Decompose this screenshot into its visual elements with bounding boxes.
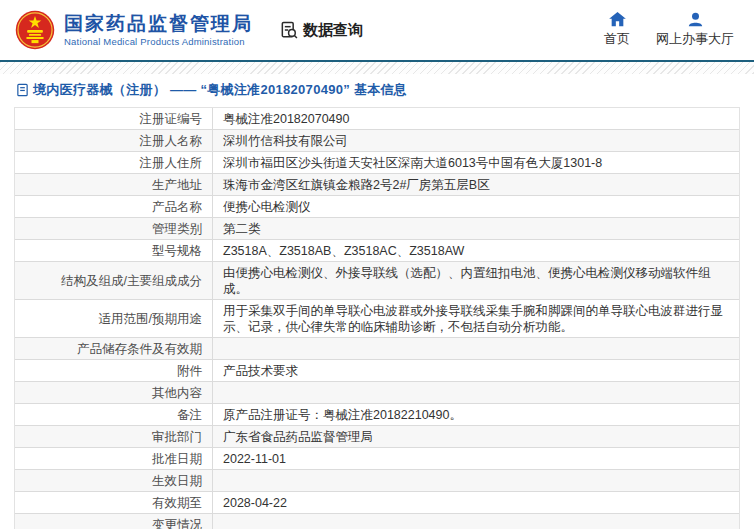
table-row: 注册人名称深圳竹信科技有限公司 xyxy=(15,130,739,152)
agency-name-en: National Medical Products Administration xyxy=(64,36,253,48)
row-label: 管理类别 xyxy=(15,218,213,239)
row-label: 批准日期 xyxy=(15,448,213,469)
table-row: 附件产品技术要求 xyxy=(15,360,739,382)
document-icon xyxy=(16,83,29,97)
table-row: 注册人住所深圳市福田区沙头街道天安社区深南大道6013号中国有色大厦1301-8 xyxy=(15,152,739,174)
nav-home-label: 首页 xyxy=(604,30,630,48)
row-value: 2022-11-01 xyxy=(213,448,739,469)
row-label: 产品名称 xyxy=(15,196,213,217)
home-icon xyxy=(609,12,626,27)
row-label-text: 批准日期 xyxy=(152,451,202,467)
row-label-text: 其他内容 xyxy=(152,385,202,401)
nav-service-hall-label: 网上办事大厅 xyxy=(656,30,734,48)
row-label: 型号规格 xyxy=(15,240,213,261)
row-label-text: 管理类别 xyxy=(152,221,202,237)
breadcrumb: 境内医疗器械（注册） —— “粤械注准20182070490” 基本信息 xyxy=(0,74,754,105)
row-value: 粤械注准20182070490 xyxy=(213,108,739,129)
agency-name-zh: 国家药品监督管理局 xyxy=(64,12,253,36)
row-label-text: 备注 xyxy=(177,407,202,423)
row-value: 由便携心电检测仪、外接导联线（选配）、内置纽扣电池、便携心电检测仪移动端软件组成… xyxy=(213,262,739,299)
table-row: 产品名称便携心电检测仪 xyxy=(15,196,739,218)
row-label: 审批部门 xyxy=(15,426,213,447)
row-label-text: 审批部门 xyxy=(152,429,202,445)
row-value: 广东省食品药品监督管理局 xyxy=(213,426,739,447)
table-row: 型号规格Z3518A、Z3518AB、Z3518AC、Z3518AW xyxy=(15,240,739,262)
registration-info-table: 注册证编号粤械注准20182070490注册人名称深圳竹信科技有限公司注册人住所… xyxy=(14,107,740,529)
row-label-text: 注册证编号 xyxy=(140,111,203,127)
hatched-strip xyxy=(0,62,754,74)
row-label-text: 注册人住所 xyxy=(140,155,203,171)
table-row: 结构及组成/主要组成成分由便携心电检测仪、外接导联线（选配）、内置纽扣电池、便携… xyxy=(15,262,739,300)
table-row: 产品储存条件及有效期 xyxy=(15,338,739,360)
user-icon xyxy=(687,12,704,27)
row-label: 附件 xyxy=(15,360,213,381)
row-label: 其他内容 xyxy=(15,382,213,403)
row-value xyxy=(213,382,739,403)
table-row: 管理类别第二类 xyxy=(15,218,739,240)
row-value: 原产品注册证号：粤械注准20182210490。 xyxy=(213,404,739,425)
top-header: 国家药品监督管理局 National Medical Products Admi… xyxy=(0,0,754,60)
row-label: 结构及组成/主要组成成分 xyxy=(15,262,213,299)
agency-logo[interactable]: 国家药品监督管理局 National Medical Products Admi… xyxy=(14,9,253,51)
row-label-text: 注册人名称 xyxy=(140,133,203,149)
row-value: 2028-04-22 xyxy=(213,492,739,513)
national-emblem-icon xyxy=(14,9,56,51)
row-label-text: 生产地址 xyxy=(152,177,202,193)
agency-name: 国家药品监督管理局 National Medical Products Admi… xyxy=(64,12,253,48)
row-value xyxy=(213,514,739,529)
row-label: 产品储存条件及有效期 xyxy=(15,338,213,359)
table-row: 其他内容 xyxy=(15,382,739,404)
row-label-text: 结构及组成/主要组成成分 xyxy=(61,273,202,289)
row-label-text: 产品储存条件及有效期 xyxy=(77,341,202,357)
row-value: 深圳市福田区沙头街道天安社区深南大道6013号中国有色大厦1301-8 xyxy=(213,152,739,173)
row-value: 用于采集双手间的单导联心电波群或外接导联线采集手腕和脚踝间的单导联心电波群进行显… xyxy=(213,300,739,337)
table-row: 注册证编号粤械注准20182070490 xyxy=(15,108,739,130)
row-label: 生产地址 xyxy=(15,174,213,195)
table-row: 生产地址珠海市金湾区红旗镇金粮路2号2#厂房第五层B区 xyxy=(15,174,739,196)
row-label-text: 附件 xyxy=(177,363,202,379)
table-row: 生效日期 xyxy=(15,470,739,492)
table-row: 审批部门广东省食品药品监督管理局 xyxy=(15,426,739,448)
table-row: 变更情况 xyxy=(15,514,739,529)
row-label-text: 生效日期 xyxy=(152,473,202,489)
nav-home[interactable]: 首页 xyxy=(604,12,630,48)
row-label-text: 产品名称 xyxy=(152,199,202,215)
row-value: 产品技术要求 xyxy=(213,360,739,381)
row-label: 注册人名称 xyxy=(15,130,213,151)
row-label-text: 变更情况 xyxy=(152,517,202,529)
table-row: 批准日期2022-11-01 xyxy=(15,448,739,470)
row-value xyxy=(213,470,739,491)
data-query-label: 数据查询 xyxy=(303,21,363,40)
row-label: 有效期至 xyxy=(15,492,213,513)
top-nav: 首页 网上办事大厅 xyxy=(604,12,740,48)
row-label: 注册证编号 xyxy=(15,108,213,129)
row-label: 生效日期 xyxy=(15,470,213,491)
data-query-icon xyxy=(279,20,299,40)
nav-data-query[interactable]: 数据查询 xyxy=(279,20,363,40)
row-label: 适用范围/预期用途 xyxy=(15,300,213,337)
row-label-text: 有效期至 xyxy=(152,495,202,511)
page-title: 境内医疗器械（注册） —— “粤械注准20182070490” 基本信息 xyxy=(33,81,407,99)
row-label: 备注 xyxy=(15,404,213,425)
row-label-text: 适用范围/预期用途 xyxy=(99,311,202,327)
nav-service-hall[interactable]: 网上办事大厅 xyxy=(656,12,734,48)
table-row: 有效期至2028-04-22 xyxy=(15,492,739,514)
row-value: Z3518A、Z3518AB、Z3518AC、Z3518AW xyxy=(213,240,739,261)
row-value: 深圳竹信科技有限公司 xyxy=(213,130,739,151)
row-value: 珠海市金湾区红旗镇金粮路2号2#厂房第五层B区 xyxy=(213,174,739,195)
row-value: 便携心电检测仪 xyxy=(213,196,739,217)
row-label: 变更情况 xyxy=(15,514,213,529)
row-value xyxy=(213,338,739,359)
row-value: 第二类 xyxy=(213,218,739,239)
table-row: 适用范围/预期用途用于采集双手间的单导联心电波群或外接导联线采集手腕和脚踝间的单… xyxy=(15,300,739,338)
row-label: 注册人住所 xyxy=(15,152,213,173)
row-label-text: 型号规格 xyxy=(152,243,202,259)
table-row: 备注原产品注册证号：粤械注准20182210490。 xyxy=(15,404,739,426)
